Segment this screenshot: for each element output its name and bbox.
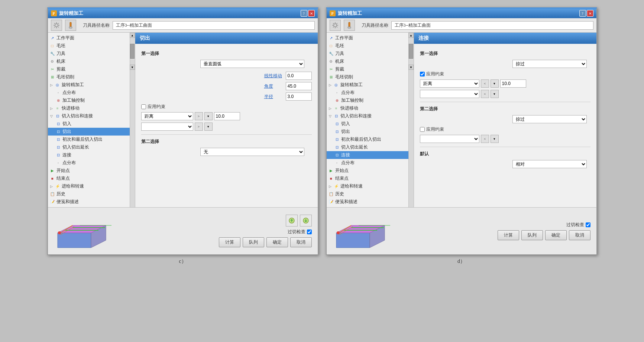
tree-machine-c[interactable]: ⚙ 机床 xyxy=(48,58,130,65)
tree-pointdist2-c[interactable]: ◦ 点分布 xyxy=(48,159,130,167)
tree-notes-c[interactable]: 📝 便笺和描述 xyxy=(48,198,130,206)
tree-blank-d[interactable]: □ 毛坯 xyxy=(327,42,408,50)
help-btn-c[interactable]: ? xyxy=(301,10,307,17)
tree-pointdist1-c[interactable]: ◦ 点分布 xyxy=(48,89,130,97)
toolbar-gear-icon-d[interactable] xyxy=(330,20,341,31)
angle-link-c[interactable]: 角度 xyxy=(264,83,283,89)
help-btn-d[interactable]: ? xyxy=(579,10,586,17)
tree-firstlast-d[interactable]: ⊡ 初次和最后切入切出 xyxy=(327,136,408,143)
constraint2-check-d[interactable]: 应用约束 xyxy=(420,126,444,133)
rotation-expand-d[interactable]: ▷ xyxy=(328,83,333,87)
default-select-d[interactable]: 相对 xyxy=(512,160,587,168)
tree-axisctrl-c[interactable]: ⊗ 加工轴控制 xyxy=(48,97,130,104)
second-choice-select-c[interactable]: 无 xyxy=(200,148,304,156)
op1a-btn-d[interactable]: < xyxy=(481,79,489,88)
tree-pointdist2-d[interactable]: ◦ 点分布 xyxy=(327,159,408,167)
distance-val1-c[interactable] xyxy=(214,112,240,120)
scroll-up-c[interactable]: ▲ xyxy=(130,33,135,38)
tree-machine-d[interactable]: ⚙ 机床 xyxy=(327,58,408,65)
op1b-btn-d[interactable]: ▾ xyxy=(491,79,499,88)
tree-workplane-c[interactable]: ↗ 工作平面 xyxy=(48,34,130,42)
first-choice-select-d[interactable]: 掠过 xyxy=(512,60,587,68)
tree-extend-c[interactable]: ⊡ 切入切出延长 xyxy=(48,143,130,151)
close-btn-c[interactable]: ✕ xyxy=(308,10,315,17)
empty2-select-d[interactable] xyxy=(420,135,479,143)
toolbar-gear-icon-c[interactable] xyxy=(51,20,62,31)
overcut-checkbox-c[interactable] xyxy=(307,229,312,234)
tree-blankcut-d[interactable]: ⊞ 毛坯切削 xyxy=(327,73,408,81)
radius-input-c[interactable] xyxy=(286,92,312,101)
op-btn2a-c[interactable]: > xyxy=(195,123,203,131)
feedspeed-expand-c[interactable]: ▷ xyxy=(49,184,54,189)
toolbar-tool-icon-d[interactable] xyxy=(344,20,355,31)
distance-select2-c[interactable] xyxy=(141,123,193,131)
overcut-checkbox-d[interactable] xyxy=(586,222,590,227)
tree-feedspeed-c[interactable]: ▷ ⚡ 进给和转速 xyxy=(48,182,130,190)
tree-feedspeed-d[interactable]: ▷ ⚡ 进给和转速 xyxy=(327,182,408,190)
tree-cutin-c[interactable]: ⊡ 切入 xyxy=(48,120,130,128)
tree-cutout-d[interactable]: ⊡ 切出 xyxy=(327,128,408,136)
tree-endpoint-c[interactable]: ■ 结束点 xyxy=(48,175,130,182)
scroll-down-d[interactable]: ▼ xyxy=(408,65,414,70)
second-choice-select-d[interactable]: 掠过 xyxy=(512,115,587,123)
distance1-val-d[interactable] xyxy=(500,79,526,88)
calc-btn-d[interactable]: 计算 xyxy=(498,230,519,240)
bottom-icon1-c[interactable] xyxy=(286,215,298,227)
tree-inout-c[interactable]: ▽ ⊡ 切入切出和连接 xyxy=(48,112,130,120)
close-btn-d[interactable]: ✕ xyxy=(587,10,593,17)
tree-tool-c[interactable]: 🔧 刀具 xyxy=(48,50,130,58)
tree-pointdist1-d[interactable]: ◦ 点分布 xyxy=(327,89,408,97)
tree-shear-c[interactable]: ✂ 剪裁 xyxy=(48,65,130,73)
angle-input-c[interactable] xyxy=(286,82,312,90)
scroll-up-d[interactable]: ▲ xyxy=(408,33,414,38)
tree-startpoint-d[interactable]: ▶ 开始点 xyxy=(327,167,408,175)
fastmove-expand-c[interactable]: ▷ xyxy=(49,106,54,111)
tree-inout-d[interactable]: ▽ ⊡ 切入切出和连接 xyxy=(327,112,408,120)
tree-scrollbar-d[interactable]: ▲ ▼ xyxy=(408,33,414,207)
scroll-thumb-d[interactable] xyxy=(409,44,413,59)
scroll-down-c[interactable]: ▼ xyxy=(130,65,135,70)
op1c-btn-d[interactable]: < xyxy=(481,90,489,98)
tree-fastmove-d[interactable]: ▷ ≡ 快进移动 xyxy=(327,104,408,112)
tree-shear-d[interactable]: ✂ 剪裁 xyxy=(327,65,408,73)
constraint1-checkbox-d[interactable] xyxy=(420,72,425,76)
tree-fastmove-c[interactable]: ▷ ≡ 快进移动 xyxy=(48,104,130,112)
bottom-icon2-c[interactable] xyxy=(300,215,312,227)
linear-move-link-c[interactable]: 线性移动 xyxy=(264,73,283,79)
tree-startpoint-c[interactable]: ▶ 开始点 xyxy=(48,167,130,175)
queue-btn-d[interactable]: 队列 xyxy=(521,230,543,240)
op2b-btn-d[interactable]: ▾ xyxy=(491,135,499,143)
empty1-select-d[interactable] xyxy=(420,90,479,98)
first-choice-select-c[interactable]: 垂直圆弧 xyxy=(200,60,304,68)
constraint-check-c[interactable]: 应用约束 xyxy=(141,104,165,110)
op-btn1a-c[interactable]: > xyxy=(195,112,203,120)
linear-move-input-c[interactable] xyxy=(286,72,312,80)
ok-btn-d[interactable]: 确定 xyxy=(545,230,567,240)
overcut-check-c[interactable]: 过切检查 xyxy=(288,229,312,235)
tree-axisctrl-d[interactable]: ⊗ 加工轴控制 xyxy=(327,97,408,104)
overcut-check-d[interactable]: 过切检查 xyxy=(566,222,590,228)
inout-expand-d[interactable]: ▽ xyxy=(328,114,333,118)
tree-cutin-d[interactable]: ⊡ 切入 xyxy=(327,120,408,128)
tree-endpoint-d[interactable]: ■ 结束点 xyxy=(327,175,408,182)
tree-workplane-d[interactable]: ↗ 工作平面 xyxy=(327,34,408,42)
feedspeed-expand-d[interactable]: ▷ xyxy=(328,184,333,189)
calc-btn-c[interactable]: 计算 xyxy=(219,237,240,247)
distance1-select-d[interactable]: 距离 xyxy=(420,79,479,88)
tree-blank-c[interactable]: □ 毛坯 xyxy=(48,42,130,50)
distance-select1-c[interactable]: 距离 xyxy=(141,112,193,120)
toolbar-tool-icon-c[interactable] xyxy=(65,20,76,31)
tree-notes-d[interactable]: 📝 便笺和描述 xyxy=(327,198,408,206)
tree-firstlast-c[interactable]: ⊡ 初次和最后切入切出 xyxy=(48,136,130,143)
tree-scrollbar-c[interactable]: ▲ ▼ xyxy=(130,33,135,207)
constraint1-check-d[interactable]: 应用约束 xyxy=(420,71,444,77)
tree-blankcut-c[interactable]: ⊞ 毛坯切削 xyxy=(48,73,130,81)
tree-cutout-c[interactable]: ⊡ 切出 xyxy=(48,128,130,136)
inout-expand-c[interactable]: ▽ xyxy=(49,114,54,118)
tree-extend-d[interactable]: ⊡ 切入切出延长 xyxy=(327,143,408,151)
op-btn2b-c[interactable]: ▾ xyxy=(204,123,213,131)
op-btn1b-c[interactable]: ▾ xyxy=(204,112,213,120)
tree-connect-d[interactable]: ⊡ 连接 xyxy=(327,151,408,159)
cancel-btn-c[interactable]: 取消 xyxy=(290,237,312,247)
constraint2-checkbox-d[interactable] xyxy=(420,127,425,132)
